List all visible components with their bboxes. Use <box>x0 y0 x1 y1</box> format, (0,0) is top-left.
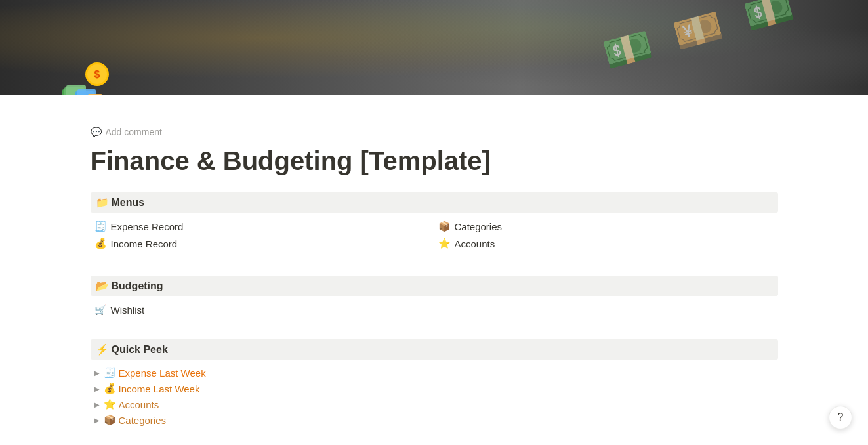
menus-section-header: 📁 Menus <box>91 192 778 213</box>
expense-last-week-toggle[interactable]: ▶ 🧾 Expense Last Week <box>91 365 778 381</box>
income-record-label: Income Record <box>111 238 178 249</box>
budgeting-items: 🛒 Wishlist <box>91 296 778 321</box>
expense-last-week-icon: 🧾 <box>104 367 116 379</box>
accounts-quick-icon: ⭐ <box>104 398 116 410</box>
help-label: ? <box>838 412 844 423</box>
accounts-label: Accounts <box>455 238 495 249</box>
income-record-icon: 💰 <box>94 238 107 249</box>
wishlist-link[interactable]: 🛒 Wishlist <box>91 301 778 318</box>
accounts-toggle[interactable]: ▶ ⭐ Accounts <box>91 396 778 412</box>
accounts-quick-label: Accounts <box>119 399 159 410</box>
add-comment-button[interactable]: 💬 Add comment <box>91 95 778 142</box>
categories-icon: 📦 <box>438 221 451 232</box>
toggle-arrow-accounts: ▶ <box>94 401 100 408</box>
budgeting-section-header: 📂 Budgeting <box>91 276 778 296</box>
expense-last-week-label: Expense Last Week <box>119 368 206 379</box>
toggle-arrow-income: ▶ <box>94 385 100 392</box>
expense-record-icon: 🧾 <box>94 221 107 232</box>
toggle-arrow-categories: ▶ <box>94 417 100 424</box>
income-last-week-icon: 💰 <box>104 383 116 394</box>
svg-text:$: $ <box>94 69 100 80</box>
svg-rect-10 <box>88 94 102 95</box>
expense-record-label: Expense Record <box>111 221 184 232</box>
categories-link[interactable]: 📦 Categories <box>434 218 778 235</box>
budgeting-section: 📂 Budgeting 🛒 Wishlist <box>91 276 778 321</box>
menus-icon: 📁 <box>96 196 109 209</box>
comment-icon: 💬 <box>91 127 102 137</box>
income-last-week-label: Income Last Week <box>119 383 200 394</box>
hero-banner: $ <box>0 0 868 95</box>
help-button[interactable]: ? <box>829 406 852 429</box>
toggle-arrow-expense: ▶ <box>94 370 100 377</box>
quick-peek-section-header: ⚡ Quick Peek <box>91 339 778 360</box>
categories-label: Categories <box>455 221 503 232</box>
accounts-icon: ⭐ <box>438 238 451 249</box>
categories-quick-label: Categories <box>119 415 167 426</box>
wishlist-label: Wishlist <box>111 305 145 316</box>
page-title: Finance & Budgeting [Template] <box>91 142 778 192</box>
quick-peek-section: ⚡ Quick Peek ▶ 🧾 Expense Last Week ▶ 💰 I… <box>91 339 778 431</box>
menus-section: 📁 Menus 🧾 Expense Record 📦 Categories 💰 … <box>91 192 778 257</box>
budgeting-label: Budgeting <box>112 280 163 292</box>
categories-toggle[interactable]: ▶ 📦 Categories <box>91 412 778 428</box>
page-content: 💬 Add comment Finance & Budgeting [Templ… <box>28 95 841 431</box>
expense-record-link[interactable]: 🧾 Expense Record <box>91 218 434 235</box>
wishlist-icon: 🛒 <box>94 304 107 316</box>
quick-peek-items: ▶ 🧾 Expense Last Week ▶ 💰 Income Last We… <box>91 360 778 431</box>
page-icon: $ <box>59 60 115 95</box>
quick-peek-icon: ⚡ <box>96 343 109 356</box>
menus-label: Menus <box>112 197 145 209</box>
budgeting-icon: 📂 <box>96 280 109 292</box>
add-comment-label: Add comment <box>106 127 162 137</box>
quick-peek-label: Quick Peek <box>112 344 168 356</box>
income-record-link[interactable]: 💰 Income Record <box>91 235 434 252</box>
categories-quick-icon: 📦 <box>104 414 116 426</box>
income-last-week-toggle[interactable]: ▶ 💰 Income Last Week <box>91 381 778 396</box>
accounts-link[interactable]: ⭐ Accounts <box>434 235 778 252</box>
menus-items: 🧾 Expense Record 📦 Categories 💰 Income R… <box>91 213 778 257</box>
